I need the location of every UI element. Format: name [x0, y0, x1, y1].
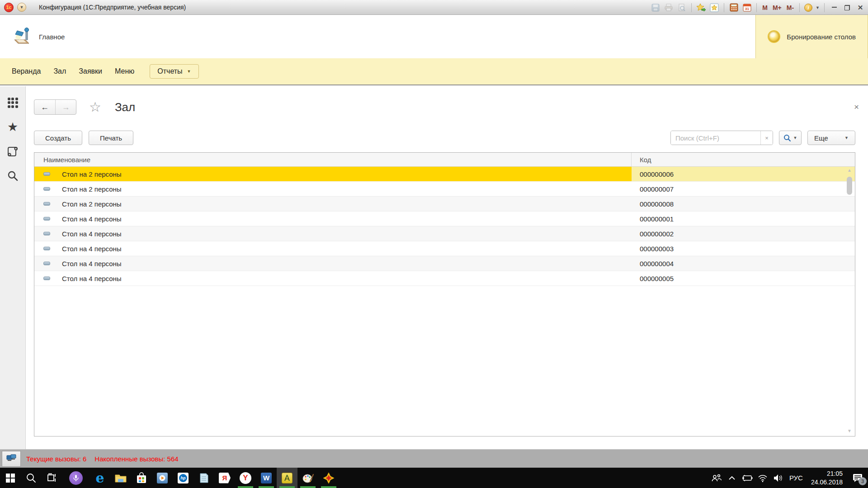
- designer-1c-button[interactable]: [277, 468, 297, 488]
- word-button[interactable]: W: [256, 468, 277, 488]
- star-app-icon: [323, 472, 335, 484]
- search-options-button[interactable]: ▼: [779, 131, 802, 145]
- paint-palette-icon: [302, 473, 314, 483]
- apps-grid-icon[interactable]: [6, 96, 19, 109]
- paint-button[interactable]: [297, 468, 318, 488]
- catalog-table: Наименование Код Стол на 2 персоны 00000…: [34, 152, 855, 436]
- scrollbar-thumb[interactable]: [847, 177, 852, 195]
- restore-button[interactable]: [842, 3, 852, 13]
- search-sidebar-icon[interactable]: [6, 169, 19, 182]
- cell-code: 000000008: [632, 197, 855, 211]
- svg-text:31: 31: [745, 7, 749, 11]
- menu-item-hall[interactable]: Зал: [53, 64, 66, 79]
- menu-item-veranda[interactable]: Веранда: [12, 64, 41, 79]
- history-icon[interactable]: [6, 145, 19, 158]
- cell-name: Стол на 2 персоны: [62, 170, 122, 178]
- notepad-button[interactable]: [193, 468, 214, 488]
- notepad-icon: [199, 473, 209, 483]
- calculator-icon[interactable]: [729, 3, 739, 13]
- favorites-star-icon[interactable]: ★: [6, 121, 19, 133]
- language-indicator[interactable]: РУС: [786, 474, 807, 482]
- create-button[interactable]: Создать: [34, 131, 82, 145]
- close-button[interactable]: ✕: [855, 4, 865, 12]
- print-button[interactable]: Печать: [89, 131, 133, 145]
- taskbar-search-button[interactable]: [21, 468, 42, 488]
- table-row[interactable]: Стол на 4 персоны 000000004: [34, 256, 855, 271]
- edge-button[interactable]: e: [90, 468, 110, 488]
- table-row[interactable]: Стол на 4 персоны 000000002: [34, 226, 855, 241]
- table-row[interactable]: Стол на 4 персоны 000000001: [34, 211, 855, 226]
- favorite-toggle-icon[interactable]: ☆: [89, 100, 101, 114]
- hp-button[interactable]: hp: [173, 468, 193, 488]
- search-clear-icon[interactable]: ×: [760, 131, 773, 145]
- gold-sphere-icon: [768, 30, 780, 43]
- table-row[interactable]: Стол на 2 персоны 000000007: [34, 182, 855, 197]
- menu-item-requests[interactable]: Заявки: [79, 64, 102, 79]
- scroll-up-icon[interactable]: ▲: [846, 168, 853, 173]
- volume-icon[interactable]: [770, 468, 786, 488]
- file-explorer-button[interactable]: [110, 468, 131, 488]
- column-header-name[interactable]: Наименование: [34, 153, 632, 166]
- table-row[interactable]: Стол на 2 персоны 000000008: [34, 197, 855, 211]
- cell-code: 000000001: [632, 211, 855, 226]
- memory-subtract-button[interactable]: M-: [786, 4, 795, 11]
- yandex-button[interactable]: Я: [214, 468, 235, 488]
- memory-store-button[interactable]: M: [761, 4, 769, 11]
- cell-code: 000000007: [632, 182, 855, 196]
- add-favorite-icon[interactable]: [696, 3, 706, 13]
- reports-dropdown-button[interactable]: Отчеты ▼: [150, 64, 198, 79]
- people-icon[interactable]: [709, 468, 724, 488]
- media-player-button[interactable]: [152, 468, 173, 488]
- word-icon: W: [261, 473, 272, 483]
- store-button[interactable]: [131, 468, 152, 488]
- tray-date: 24.06.2018: [811, 478, 843, 487]
- cell-code: 000000003: [632, 241, 855, 256]
- server-calls-icon[interactable]: [2, 451, 21, 467]
- favorites-icon[interactable]: [709, 3, 719, 13]
- info-dropdown-caret-icon[interactable]: ▼: [816, 5, 820, 10]
- page-close-icon[interactable]: ×: [854, 102, 859, 112]
- microphone-icon: [69, 471, 83, 485]
- reports-label: Отчеты: [157, 67, 182, 75]
- cell-name: Стол на 4 персоны: [62, 245, 122, 253]
- table-row[interactable]: Стол на 4 персоны 000000005: [34, 271, 855, 286]
- cell-name: Стол на 4 персоны: [62, 215, 122, 223]
- table-row[interactable]: Стол на 2 персоны 000000006: [34, 167, 855, 182]
- cell-name: Стол на 2 персоны: [62, 185, 122, 193]
- page-title: Зал: [115, 100, 135, 114]
- current-calls-counter: Текущие вызовы: 6: [26, 455, 86, 463]
- status-bar: Текущие вызовы: 6 Накопленные вызовы: 56…: [0, 449, 868, 468]
- tab-main[interactable]: Главное: [0, 15, 756, 58]
- back-button[interactable]: ←: [34, 100, 55, 114]
- system-menu-dropdown-icon[interactable]: ▼: [17, 3, 26, 12]
- cortana-button[interactable]: [62, 468, 90, 488]
- reports-caret-icon: ▼: [187, 69, 191, 74]
- memory-add-button[interactable]: M+: [772, 4, 783, 11]
- yandex-browser-button[interactable]: Y: [235, 468, 256, 488]
- clock[interactable]: 21:05 24.06.2018: [807, 469, 847, 487]
- start-button[interactable]: [0, 468, 21, 488]
- star-app-button[interactable]: [318, 468, 339, 488]
- menu-item-menu[interactable]: Меню: [115, 64, 134, 79]
- tab-booking[interactable]: Бронирование столов: [756, 15, 868, 58]
- list-form: ← → ☆ Зал × Создать Печать × ▼: [26, 86, 868, 449]
- cell-code: 000000002: [632, 226, 855, 241]
- forward-button[interactable]: →: [55, 100, 76, 114]
- magnifier-icon: [783, 134, 791, 142]
- scroll-down-icon[interactable]: ▼: [846, 428, 853, 433]
- hidden-icons-chevron-icon[interactable]: [724, 468, 740, 488]
- task-view-button[interactable]: [42, 468, 62, 488]
- calendar-icon[interactable]: 31: [742, 3, 752, 13]
- action-center-button[interactable]: 3: [847, 468, 868, 488]
- column-header-code[interactable]: Код: [632, 153, 855, 166]
- catalog-item-icon: [43, 247, 50, 250]
- battery-icon[interactable]: [740, 468, 755, 488]
- table-row[interactable]: Стол на 4 персоны 000000003: [34, 241, 855, 256]
- minimize-button[interactable]: [829, 3, 839, 13]
- info-icon[interactable]: i: [804, 4, 812, 12]
- vertical-scrollbar[interactable]: ▲ ▼: [846, 168, 853, 433]
- search-input[interactable]: [671, 131, 760, 145]
- wifi-icon[interactable]: [755, 468, 770, 488]
- more-button[interactable]: Еще ▼: [807, 131, 855, 145]
- yandex-browser-icon: Y: [240, 472, 251, 484]
